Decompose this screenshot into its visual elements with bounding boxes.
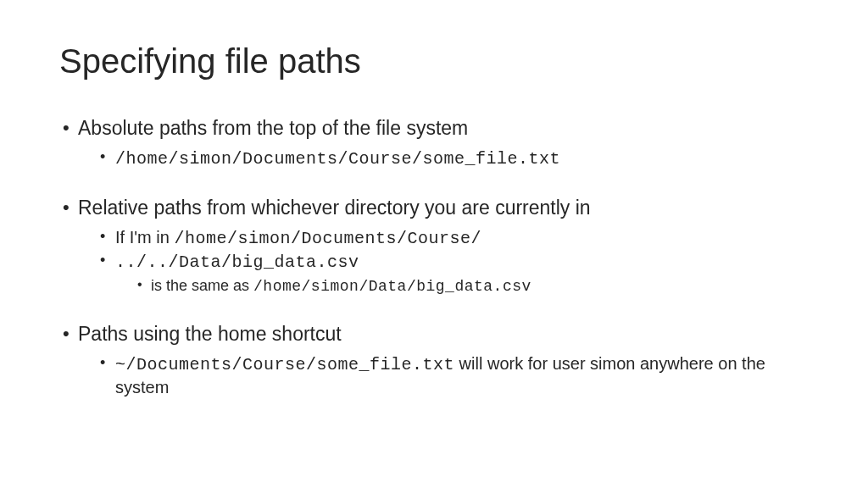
bullet-relative-paths: Relative paths from whichever directory … (59, 196, 809, 297)
code-path: /home/simon/Data/big_data.csv (253, 278, 531, 295)
bullet-home-shortcut: Paths using the home shortcut ~/Document… (59, 322, 809, 399)
sub-bullet: ~/Documents/Course/some_file.txt will wo… (98, 352, 809, 399)
sub-bullet: /home/simon/Documents/Course/some_file.t… (98, 147, 809, 170)
bullet-text: Absolute paths from the top of the file … (78, 117, 468, 139)
slide-title: Specifying file paths (59, 42, 809, 80)
code-path: /home/simon/Documents/Course/ (174, 229, 481, 248)
code-path: ~/Documents/Course/some_file.txt (115, 355, 454, 374)
text-prefix: is the same as (151, 277, 253, 294)
sub-bullet: If I'm in /home/simon/Documents/Course/ (98, 226, 809, 250)
sub-sub-bullet: is the same as /home/simon/Data/big_data… (136, 275, 809, 297)
bullet-absolute-paths: Absolute paths from the top of the file … (59, 116, 809, 170)
text-prefix: If I'm in (115, 228, 174, 247)
content-list: Absolute paths from the top of the file … (59, 116, 809, 399)
code-path: ../../Data/big_data.csv (115, 252, 359, 272)
bullet-text: Relative paths from whichever directory … (78, 197, 591, 219)
code-path: /home/simon/Documents/Course/some_file.t… (115, 149, 560, 169)
sub-bullet: ../../Data/big_data.csv is the same as /… (98, 250, 809, 297)
bullet-text: Paths using the home shortcut (78, 323, 342, 345)
